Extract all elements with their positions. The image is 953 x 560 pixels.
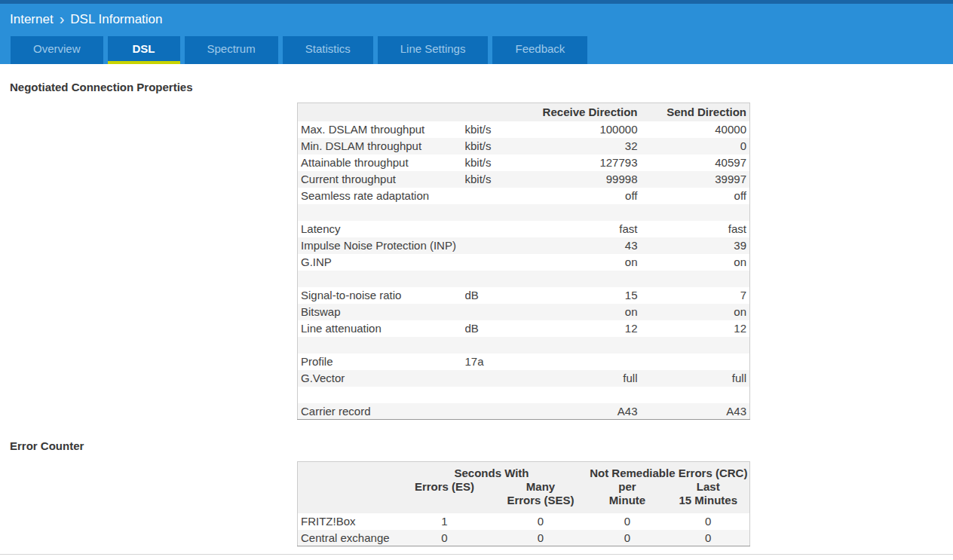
row-unit: kbit/s	[465, 121, 529, 138]
value-per-minute: 0	[588, 530, 667, 546]
main-content: Negotiated Connection Properties Receive…	[0, 81, 953, 555]
row-unit	[465, 403, 529, 420]
tab-statistics[interactable]: Statistics	[283, 36, 373, 64]
value-receive: 12	[529, 320, 641, 337]
row-label: Central exchange	[298, 530, 396, 546]
table-row: Carrier recordA43A43	[298, 403, 750, 420]
value-send: fast	[641, 221, 750, 237]
table-row: Signal-to-noise ratiodB157	[298, 287, 750, 304]
value-receive: off	[529, 188, 641, 204]
group-header-seconds-with: Seconds With	[396, 462, 588, 480]
row-label: Max. DSLAM throughput	[298, 121, 465, 138]
section-heading-error-counter: Error Counter	[10, 439, 953, 452]
table-row: Profile17a	[298, 353, 750, 370]
value-receive: 32	[529, 138, 641, 155]
table-row-spacer	[298, 271, 750, 287]
value-last-15: 0	[667, 530, 750, 546]
value-es: 1	[396, 513, 494, 530]
value-receive: on	[529, 254, 641, 271]
page-header: Internet › DSL Information Overview DSL …	[0, 4, 953, 64]
table-row: Central exchange 0 0 0 0	[298, 530, 750, 546]
row-unit	[465, 304, 529, 320]
value-es: 0	[396, 530, 494, 546]
value-per-minute: 0	[588, 513, 667, 530]
value-ses: 0	[494, 530, 588, 546]
row-unit: dB	[465, 320, 529, 337]
row-label: Signal-to-noise ratio	[298, 287, 465, 304]
value-receive: 43	[529, 237, 641, 254]
connection-table-wrap: Receive Direction Send Direction Max. DS…	[297, 103, 749, 420]
value-send: off	[641, 188, 750, 204]
row-unit	[465, 370, 529, 387]
table-row: Seamless rate adaptationoffoff	[298, 188, 750, 204]
row-unit	[465, 237, 529, 254]
value-send: on	[641, 254, 750, 271]
table-row: Max. DSLAM throughputkbit/s10000040000	[298, 121, 750, 138]
table-row: FRITZ!Box 1 0 0 0	[298, 513, 750, 530]
table-row: Attainable throughputkbit/s12779340597	[298, 155, 750, 171]
value-receive: A43	[529, 403, 641, 420]
table-row-spacer	[298, 387, 750, 403]
tab-feedback[interactable]: Feedback	[492, 36, 587, 64]
table-row: G.INPonon	[298, 254, 750, 271]
table-row: Latencyfastfast	[298, 221, 750, 237]
tab-dsl[interactable]: DSL	[108, 36, 180, 64]
header-last-15-minutes: Last15 Minutes	[667, 480, 750, 513]
section-heading-connection: Negotiated Connection Properties	[10, 81, 953, 93]
row-unit: kbit/s	[465, 138, 529, 155]
header-empty	[465, 103, 529, 121]
value-send	[641, 353, 750, 370]
table-row: Current throughputkbit/s9999839997	[298, 171, 750, 188]
header-errors-es: Errors (ES)	[396, 480, 494, 513]
row-label: G.INP	[298, 254, 465, 271]
error-table-wrap: Seconds With Not Remediable Errors (CRC)…	[297, 461, 749, 546]
value-receive: on	[529, 304, 641, 320]
value-send: A43	[641, 403, 750, 420]
row-label: Profile	[298, 353, 465, 370]
row-unit	[465, 188, 529, 204]
row-unit	[465, 254, 529, 271]
row-unit: kbit/s	[465, 171, 529, 188]
table-header-row: Receive Direction Send Direction	[298, 103, 750, 121]
row-unit: kbit/s	[465, 155, 529, 171]
group-header-row: Seconds With Not Remediable Errors (CRC)	[298, 462, 750, 480]
row-unit	[465, 221, 529, 237]
header-empty	[298, 462, 396, 480]
table-row: Line attenuationdB1212	[298, 320, 750, 337]
row-label: Min. DSLAM throughput	[298, 138, 465, 155]
value-receive: 127793	[529, 155, 641, 171]
breadcrumb-section[interactable]: Internet	[10, 12, 54, 27]
connection-properties-table: Receive Direction Send Direction Max. DS…	[297, 103, 750, 420]
group-header-crc: Not Remediable Errors (CRC)	[588, 462, 750, 480]
header-many-errors-ses: ManyErrors (SES)	[494, 480, 588, 513]
header-receive-direction: Receive Direction	[529, 103, 641, 121]
row-label: Seamless rate adaptation	[298, 188, 465, 204]
row-label: Carrier record	[298, 403, 465, 420]
table-row: Bitswaponon	[298, 304, 750, 320]
value-ses: 0	[494, 513, 588, 530]
value-receive: fast	[529, 221, 641, 237]
sub-header-row: Errors (ES) ManyErrors (SES) perMinute L…	[298, 480, 750, 513]
bottom-divider	[0, 554, 953, 555]
value-send: 40597	[641, 155, 750, 171]
value-receive	[529, 353, 641, 370]
value-send: full	[641, 370, 750, 387]
row-label: Line attenuation	[298, 320, 465, 337]
tab-overview[interactable]: Overview	[11, 36, 103, 64]
row-label: Attainable throughput	[298, 155, 465, 171]
row-unit: 17a	[465, 353, 529, 370]
tab-bar: Overview DSL Spectrum Statistics Line Se…	[0, 36, 953, 64]
value-receive: full	[529, 370, 641, 387]
value-send: 39	[641, 237, 750, 254]
row-label: Impulse Noise Protection (INP)	[298, 237, 465, 254]
row-label: G.Vector	[298, 370, 465, 387]
value-send: 0	[641, 138, 750, 155]
header-per-minute: perMinute	[588, 480, 667, 513]
table-row-spacer	[298, 337, 750, 353]
value-send: 40000	[641, 121, 750, 138]
header-empty	[298, 480, 396, 513]
tab-line-settings[interactable]: Line Settings	[378, 36, 489, 64]
value-send: 39997	[641, 171, 750, 188]
chevron-right-icon: ›	[60, 11, 65, 26]
tab-spectrum[interactable]: Spectrum	[185, 36, 278, 64]
